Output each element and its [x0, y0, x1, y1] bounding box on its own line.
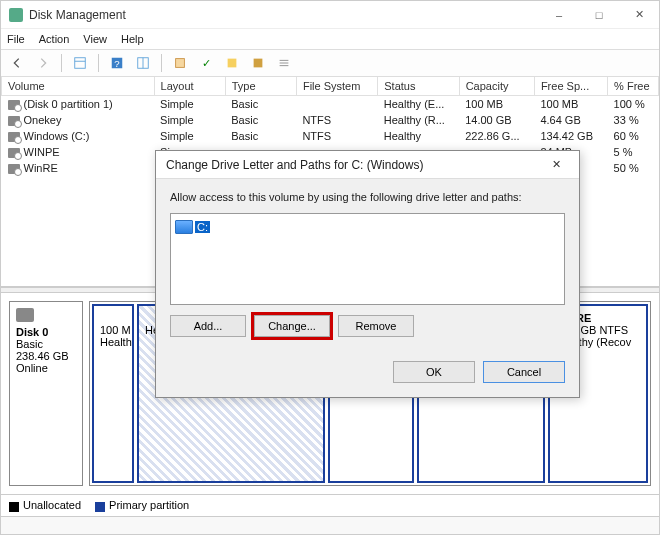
disk-size: 238.46 GB [16, 350, 69, 362]
statusbar [1, 516, 659, 534]
refresh-icon[interactable] [133, 53, 153, 73]
new-icon[interactable] [222, 53, 242, 73]
col-fs[interactable]: File System [296, 77, 377, 96]
maximize-button[interactable]: □ [579, 1, 619, 29]
dialog-hint: Allow access to this volume by using the… [170, 191, 565, 203]
forward-button[interactable] [33, 53, 53, 73]
change-button[interactable]: Change... [254, 315, 330, 337]
action-icon[interactable]: ✓ [196, 53, 216, 73]
remove-button[interactable]: Remove [338, 315, 414, 337]
menu-file[interactable]: File [7, 33, 25, 45]
col-volume[interactable]: Volume [2, 77, 155, 96]
volume-icon [8, 100, 20, 110]
toolbar: ? ✓ [1, 49, 659, 77]
dialog-close-button[interactable]: ✕ [543, 152, 569, 178]
table-row[interactable]: (Disk 0 partition 1)SimpleBasicHealthy (… [2, 96, 659, 113]
disk-icon [16, 308, 34, 322]
partition[interactable]: 100 MHealthy ( [92, 304, 134, 483]
list-icon[interactable] [274, 53, 294, 73]
view-panes-icon[interactable] [70, 53, 90, 73]
paths-listbox[interactable]: C: [170, 213, 565, 305]
disk-info[interactable]: Disk 0 Basic 238.46 GB Online [9, 301, 83, 486]
column-headers[interactable]: Volume Layout Type File System Status Ca… [2, 77, 659, 96]
menu-help[interactable]: Help [121, 33, 144, 45]
svg-rect-7 [228, 59, 237, 68]
disk-type: Basic [16, 338, 43, 350]
settings-icon[interactable] [248, 53, 268, 73]
table-row[interactable]: OnekeySimpleBasicNTFSHealthy (R...14.00 … [2, 112, 659, 128]
cancel-button[interactable]: Cancel [483, 361, 565, 383]
menu-view[interactable]: View [83, 33, 107, 45]
minimize-button[interactable]: – [539, 1, 579, 29]
col-pct[interactable]: % Free [608, 77, 659, 96]
volume-icon [8, 164, 20, 174]
drive-icon [175, 220, 193, 234]
ok-button[interactable]: OK [393, 361, 475, 383]
col-layout[interactable]: Layout [154, 77, 225, 96]
window-title: Disk Management [29, 8, 539, 22]
disk-state: Online [16, 362, 48, 374]
list-item[interactable]: C: [175, 218, 560, 236]
properties-icon[interactable] [170, 53, 190, 73]
back-button[interactable] [7, 53, 27, 73]
volume-icon [8, 132, 20, 142]
col-status[interactable]: Status [378, 77, 459, 96]
menu-action[interactable]: Action [39, 33, 70, 45]
change-drive-letter-dialog: Change Drive Letter and Paths for C: (Wi… [155, 150, 580, 398]
volume-icon [8, 148, 20, 158]
svg-rect-0 [75, 58, 86, 69]
col-free[interactable]: Free Sp... [534, 77, 607, 96]
col-capacity[interactable]: Capacity [459, 77, 534, 96]
legend-unallocated: Unallocated [23, 499, 81, 511]
drive-letter-label: C: [195, 221, 210, 233]
add-button[interactable]: Add... [170, 315, 246, 337]
disk-name: Disk 0 [16, 326, 48, 338]
app-icon [9, 8, 23, 22]
help-icon[interactable]: ? [107, 53, 127, 73]
menubar: File Action View Help [1, 29, 659, 49]
dialog-title: Change Drive Letter and Paths for C: (Wi… [166, 158, 543, 172]
legend: Unallocated Primary partition [1, 494, 659, 516]
svg-text:?: ? [114, 58, 119, 69]
table-row[interactable]: Windows (C:)SimpleBasicNTFSHealthy222.86… [2, 128, 659, 144]
legend-primary: Primary partition [109, 499, 189, 511]
svg-rect-6 [176, 59, 185, 68]
titlebar: Disk Management – □ ✕ [1, 1, 659, 29]
svg-rect-8 [254, 59, 263, 68]
volume-icon [8, 116, 20, 126]
close-button[interactable]: ✕ [619, 1, 659, 29]
col-type[interactable]: Type [225, 77, 296, 96]
